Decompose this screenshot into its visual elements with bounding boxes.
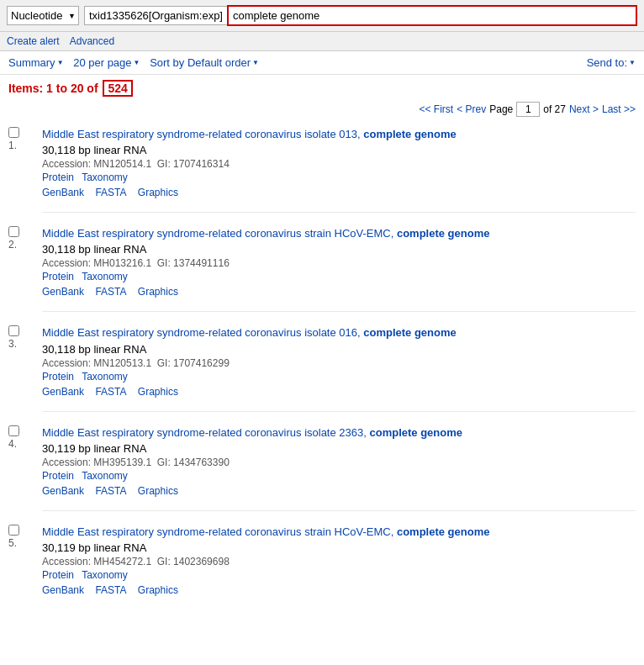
result-title-4[interactable]: Middle East respiratory syndrome-related…	[42, 426, 462, 439]
result-checkbox-4[interactable]	[8, 425, 19, 436]
result-fasta-link-5[interactable]: FASTA	[95, 584, 126, 596]
result-fasta-link-2[interactable]: FASTA	[95, 286, 126, 298]
result-protein-link-3[interactable]: Protein	[42, 371, 74, 383]
result-links-1: Protein Taxonomy	[42, 172, 636, 183]
result-bp-1: 30,118 bp linear RNA	[42, 144, 636, 156]
items-header: Items: 1 to 20 of 524	[0, 75, 644, 98]
prev-page-link[interactable]: < Prev	[457, 103, 486, 115]
summary-dropdown[interactable]: Summary	[8, 56, 64, 69]
result-content-5: Middle East respiratory syndrome-related…	[42, 525, 636, 596]
result-title-1[interactable]: Middle East respiratory syndrome-related…	[42, 128, 457, 140]
items-count: 524	[103, 80, 132, 97]
result-genbank-link-2[interactable]: GenBank	[42, 286, 84, 298]
result-item: 4. Middle East respiratory syndrome-rela…	[8, 422, 636, 497]
result-content-3: Middle East respiratory syndrome-related…	[42, 325, 636, 397]
result-bp-4: 30,119 bp linear RNA	[42, 442, 636, 455]
items-prefix: Items: 1 to 20 of	[8, 82, 98, 95]
result-taxonomy-link-5[interactable]: Taxonomy	[82, 569, 128, 581]
result-item: 2. Middle East respiratory syndrome-rela…	[8, 223, 636, 298]
result-title-3[interactable]: Middle East respiratory syndrome-related…	[42, 326, 457, 339]
result-checkbox-1[interactable]	[8, 127, 19, 138]
query-prefix: txid1335626[Organism:exp]	[84, 6, 227, 25]
last-page-link[interactable]: Last >>	[602, 103, 636, 115]
result-left-4: 4.	[8, 425, 35, 497]
result-links-3: Protein Taxonomy	[42, 371, 636, 383]
result-left-2: 2.	[8, 226, 35, 298]
result-bp-2: 30,118 bp linear RNA	[42, 243, 636, 256]
result-taxonomy-link-4[interactable]: Taxonomy	[82, 470, 128, 482]
result-title-5[interactable]: Middle East respiratory syndrome-related…	[42, 525, 489, 538]
results-list: 1. Middle East respiratory syndrome-rela…	[0, 124, 644, 596]
query-suffix: complete genome	[227, 5, 637, 26]
result-graphics-link-1[interactable]: Graphics	[138, 187, 178, 198]
result-num-3: 3.	[8, 338, 17, 350]
result-genbank-link-1[interactable]: GenBank	[42, 187, 84, 198]
result-genbank-link-5[interactable]: GenBank	[42, 584, 84, 596]
result-links-5: Protein Taxonomy	[42, 569, 636, 581]
result-graphics-link-5[interactable]: Graphics	[138, 584, 178, 596]
controls-left: Summary 20 per page Sort by Default orde…	[8, 56, 259, 69]
result-item: 3. Middle East respiratory syndrome-rela…	[8, 322, 636, 397]
per-page-dropdown[interactable]: 20 per page	[73, 56, 140, 69]
result-separator	[42, 411, 636, 412]
next-page-link[interactable]: Next >	[569, 103, 599, 115]
page-input[interactable]	[516, 102, 540, 117]
database-select[interactable]: Nucleotide	[7, 6, 79, 25]
result-format-links-5: GenBank FASTA Graphics	[42, 584, 636, 596]
result-num-1: 1.	[8, 140, 17, 151]
result-fasta-link-1[interactable]: FASTA	[95, 187, 126, 198]
create-alert-link[interactable]: Create alert	[7, 35, 60, 47]
result-title-2[interactable]: Middle East respiratory syndrome-related…	[42, 227, 489, 240]
result-format-links-2: GenBank FASTA Graphics	[42, 286, 636, 298]
database-selector[interactable]: Nucleotide	[7, 6, 79, 25]
result-genbank-link-3[interactable]: GenBank	[42, 386, 84, 398]
result-protein-link-2[interactable]: Protein	[42, 271, 74, 282]
result-item: 1. Middle East respiratory syndrome-rela…	[8, 124, 636, 198]
advanced-link[interactable]: Advanced	[70, 35, 114, 47]
search-bar: Nucleotide txid1335626[Organism:exp] com…	[0, 0, 644, 32]
result-content-1: Middle East respiratory syndrome-related…	[42, 127, 636, 198]
search-query: txid1335626[Organism:exp] complete genom…	[84, 5, 637, 26]
result-fasta-link-3[interactable]: FASTA	[95, 386, 126, 398]
result-separator	[42, 311, 636, 312]
result-graphics-link-4[interactable]: Graphics	[138, 485, 178, 497]
result-left-1: 1.	[8, 127, 35, 198]
result-accession-4: Accession: MH395139.1 GI: 1434763390	[42, 457, 636, 468]
of-label: of 27	[543, 103, 566, 115]
send-to-dropdown[interactable]: Send to:	[587, 56, 636, 69]
result-separator	[42, 510, 636, 511]
result-graphics-link-3[interactable]: Graphics	[138, 386, 178, 398]
result-checkbox-5[interactable]	[8, 525, 19, 536]
result-checkbox-2[interactable]	[8, 226, 19, 237]
sub-bar: Create alert Advanced	[0, 32, 644, 51]
result-links-2: Protein Taxonomy	[42, 271, 636, 282]
result-genbank-link-4[interactable]: GenBank	[42, 485, 84, 497]
result-taxonomy-link-1[interactable]: Taxonomy	[82, 172, 128, 183]
result-accession-1: Accession: MN120514.1 GI: 1707416314	[42, 158, 636, 170]
result-links-4: Protein Taxonomy	[42, 470, 636, 482]
result-protein-link-5[interactable]: Protein	[42, 569, 74, 581]
result-checkbox-3[interactable]	[8, 325, 19, 336]
result-num-4: 4.	[8, 438, 17, 450]
result-format-links-4: GenBank FASTA Graphics	[42, 485, 636, 497]
result-protein-link-4[interactable]: Protein	[42, 470, 74, 482]
result-bp-5: 30,119 bp linear RNA	[42, 541, 636, 554]
result-left-5: 5.	[8, 525, 35, 596]
sort-dropdown[interactable]: Sort by Default order	[150, 56, 259, 69]
result-accession-5: Accession: MH454272.1 GI: 1402369698	[42, 556, 636, 567]
result-content-4: Middle East respiratory syndrome-related…	[42, 425, 636, 497]
result-left-3: 3.	[8, 325, 35, 397]
result-graphics-link-2[interactable]: Graphics	[138, 286, 178, 298]
result-bp-3: 30,118 bp linear RNA	[42, 343, 636, 356]
first-page-link[interactable]: << First	[420, 103, 454, 115]
result-content-2: Middle East respiratory syndrome-related…	[42, 226, 636, 298]
result-taxonomy-link-3[interactable]: Taxonomy	[82, 371, 128, 383]
result-fasta-link-4[interactable]: FASTA	[95, 485, 126, 497]
result-accession-3: Accession: MN120513.1 GI: 1707416299	[42, 357, 636, 369]
result-item: 5. Middle East respiratory syndrome-rela…	[8, 521, 636, 596]
result-num-2: 2.	[8, 239, 17, 251]
result-format-links-3: GenBank FASTA Graphics	[42, 386, 636, 398]
result-taxonomy-link-2[interactable]: Taxonomy	[82, 271, 128, 282]
controls-right: Send to:	[587, 56, 636, 69]
result-protein-link-1[interactable]: Protein	[42, 172, 74, 183]
